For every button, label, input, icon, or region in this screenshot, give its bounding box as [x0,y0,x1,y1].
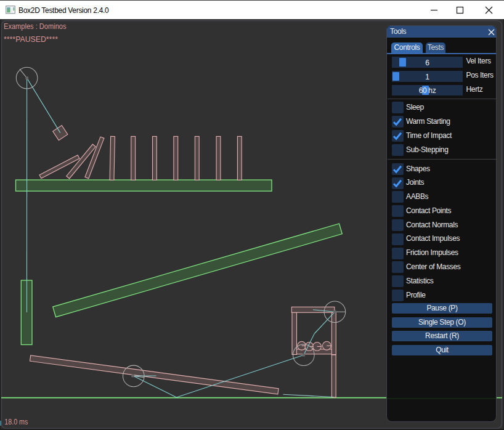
svg-text:****PAUSED****: ****PAUSED**** [4,35,58,44]
svg-text:18.0 ms: 18.0 ms [4,418,28,426]
svg-text:Examples : Dominos: Examples : Dominos [4,22,67,31]
